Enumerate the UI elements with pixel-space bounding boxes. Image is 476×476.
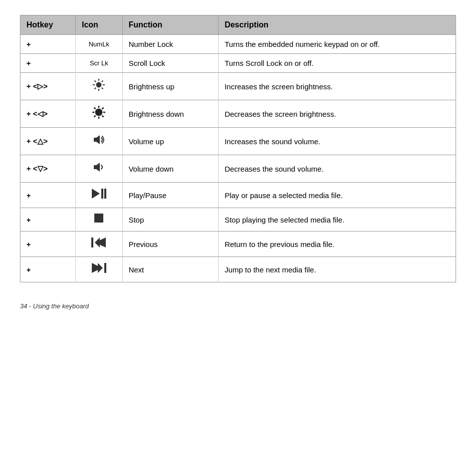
hotkey-cell: + <◁> [20,100,76,128]
description-cell: Increases the screen brightness. [219,73,456,100]
icon-cell [75,208,122,232]
hotkey-cell: + [20,54,76,73]
svg-rect-21 [101,189,103,199]
function-cell: Stop [122,208,218,232]
svg-marker-18 [94,135,100,144]
table-row: + StopStop playing the selected media fi… [20,208,456,232]
table-row: + <▷> Brightness upIncreases the screen … [20,73,456,100]
table-row: + NumLkNumber LockTurns the embedded num… [20,35,456,54]
function-cell: Volume down [122,155,218,183]
svg-line-15 [102,116,104,117]
hotkey-cell: + <▽> [20,155,76,183]
svg-line-5 [95,81,96,82]
function-cell: Previous [122,232,218,257]
table-row: + <△> Volume upIncreases the sound volum… [20,128,456,155]
col-header-hotkey: Hotkey [20,15,76,35]
table-row: + PreviousReturn to the previous media f… [20,232,456,257]
hotkey-cell: + <△> [20,128,76,155]
hotkey-cell: + [20,35,76,54]
function-cell: Scroll Lock [122,54,218,73]
svg-rect-22 [104,189,106,199]
icon-cell: NumLk [75,35,122,54]
function-cell: Volume up [122,128,218,155]
col-header-function: Function [122,15,218,35]
col-header-description: Description [219,15,456,35]
svg-marker-20 [92,189,100,199]
svg-line-14 [94,108,96,109]
description-cell: Decreases the sound volume. [219,155,456,183]
function-cell: Number Lock [122,35,218,54]
svg-point-0 [96,82,101,87]
table-row: + NextJump to the next media file. [20,257,456,282]
hotkey-cell: + [20,183,76,208]
svg-line-6 [102,88,103,89]
svg-line-7 [102,81,103,82]
icon-cell [75,232,122,257]
icon-cell [75,73,122,100]
icon-cell [75,257,122,282]
icon-cell [75,183,122,208]
function-cell: Play/Pause [122,183,218,208]
hotkey-cell: + [20,232,76,257]
hotkey-cell: + <▷> [20,73,76,100]
table-row: + Play/PausePlay or pause a selected med… [20,183,456,208]
table-row: + <▽> Volume downDecreases the sound vol… [20,155,456,183]
description-cell: Play or pause a selected media file. [219,183,456,208]
svg-point-9 [95,109,102,116]
icon-cell [75,155,122,183]
svg-line-8 [95,88,96,89]
function-cell: Brightness up [122,73,218,100]
description-cell: Turns Scroll Lock on or off. [219,54,456,73]
description-cell: Return to the previous media file. [219,232,456,257]
description-cell: Stop playing the selected media file. [219,208,456,232]
icon-cell [75,128,122,155]
function-cell: Brightness down [122,100,218,128]
hotkey-table: Hotkey Icon Function Description + NumLk… [20,15,456,282]
svg-marker-29 [98,263,103,273]
svg-line-16 [102,108,104,109]
hotkey-cell: + [20,257,76,282]
svg-rect-27 [104,263,106,273]
hotkey-cell: + [20,208,76,232]
description-cell: Decreases the screen brightness. [219,100,456,128]
description-cell: Increases the sound volume. [219,128,456,155]
col-header-icon: Icon [75,15,122,35]
description-cell: Jump to the next media file. [219,257,456,282]
function-cell: Next [122,257,218,282]
svg-rect-24 [91,238,93,247]
page-footer: 34 - Using the keyboard [20,302,456,310]
table-row: + <◁> Brightness downDecreases the scree… [20,100,456,128]
svg-marker-26 [95,238,100,247]
icon-cell [75,100,122,128]
icon-cell: Scr Lk [75,54,122,73]
table-row: + Scr LkScroll LockTurns Scroll Lock on … [20,54,456,73]
svg-rect-23 [94,214,103,223]
svg-marker-19 [94,163,100,172]
svg-line-17 [94,116,96,117]
description-cell: Turns the embedded numeric keypad on or … [219,35,456,54]
